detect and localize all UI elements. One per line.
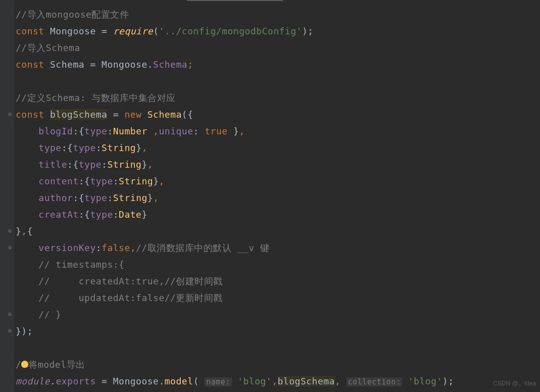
code-token: const xyxy=(16,109,50,120)
code-token: :{ xyxy=(67,159,79,170)
code-token: , xyxy=(153,126,159,136)
code-token: , xyxy=(21,226,27,236)
code-token: } xyxy=(16,226,21,236)
code-line[interactable]: module.exports = Mongoose.model( name: '… xyxy=(16,373,540,389)
code-token: } xyxy=(233,126,239,136)
code-line[interactable]: /将model导出 xyxy=(16,356,540,373)
code-line[interactable]: // } xyxy=(16,306,540,323)
code-token: :{ xyxy=(62,142,73,153)
code-token: 'blog' xyxy=(408,376,443,386)
code-token: : xyxy=(96,142,102,153)
code-token: : xyxy=(96,242,102,253)
code-token: String xyxy=(102,142,136,153)
code-token: :{ xyxy=(73,192,84,203)
code-token: ( xyxy=(193,376,205,386)
horizontal-scrollbar-thumb[interactable] xyxy=(187,0,283,1)
code-token xyxy=(16,209,38,220)
code-token: type xyxy=(90,176,113,186)
editor-gutter[interactable]: ⊖⊖⊖⊖⊖ xyxy=(0,0,14,392)
code-token: unique xyxy=(159,126,193,136)
code-token: , xyxy=(153,192,159,203)
code-token: require xyxy=(113,26,153,36)
code-token xyxy=(340,376,346,386)
code-line[interactable]: // updatedAt:false//更新时间戳 xyxy=(16,289,540,306)
parameter-hint: collection: xyxy=(347,377,403,386)
code-token: ({ xyxy=(182,109,193,120)
code-token: //取消数据库中的默认 __v 键 xyxy=(136,242,269,253)
code-token: blogSchema xyxy=(278,376,335,386)
code-token xyxy=(16,242,38,253)
code-token: : xyxy=(107,126,113,136)
code-line[interactable]: creatAt:{type:Date} xyxy=(16,206,540,223)
code-token: , xyxy=(239,126,244,136)
code-token xyxy=(16,159,38,170)
code-line[interactable] xyxy=(16,73,540,89)
fold-marker-icon[interactable]: ⊖ xyxy=(8,223,12,239)
code-line[interactable]: }); xyxy=(16,323,540,339)
watermark-text: CSDN @。Idea xyxy=(493,379,536,388)
code-token: blogSchema xyxy=(50,109,107,120)
code-token: { xyxy=(27,226,33,236)
code-token: Schema xyxy=(148,109,182,120)
code-token: content xyxy=(38,176,78,186)
fold-marker-icon[interactable]: ⊖ xyxy=(8,306,12,323)
code-token: String xyxy=(119,176,153,186)
code-line[interactable]: const Schema = Mongoose.Schema; xyxy=(16,56,540,73)
code-token: Number xyxy=(113,126,153,136)
code-token: : xyxy=(113,209,119,220)
code-line[interactable]: //导入mongoose配置文件 xyxy=(16,6,540,23)
code-line[interactable]: const blogSchema = new Schema({ xyxy=(16,106,540,123)
code-token: versionKey xyxy=(38,242,95,253)
code-line[interactable]: //定义Schema: 与数据库中集合对应 xyxy=(16,89,540,106)
code-token: type xyxy=(84,126,107,136)
code-line[interactable]: type:{type:String}, xyxy=(16,139,540,156)
code-token: module xyxy=(16,376,50,386)
code-line[interactable]: // createdAt:true,//创建时间戳 xyxy=(16,273,540,289)
code-token: :{ xyxy=(79,176,90,186)
code-token xyxy=(402,376,408,386)
code-line[interactable] xyxy=(16,339,540,356)
code-line[interactable]: title:{type:String}, xyxy=(16,156,540,173)
code-line[interactable]: author:{type:String}, xyxy=(16,189,540,206)
code-line[interactable]: versionKey:false,//取消数据库中的默认 __v 键 xyxy=(16,239,540,256)
code-token: , xyxy=(335,376,340,386)
code-line[interactable]: },{ xyxy=(16,223,540,239)
code-token xyxy=(16,192,38,203)
code-line[interactable]: const Mongoose = require('../config/mong… xyxy=(16,23,540,39)
code-editor[interactable]: ⊖⊖⊖⊖⊖ //导入mongoose配置文件const Mongoose = r… xyxy=(0,0,540,392)
code-token: } xyxy=(136,142,141,153)
code-token: } xyxy=(148,192,153,203)
code-token: . xyxy=(50,376,56,386)
code-line[interactable]: // timestamps:{ xyxy=(16,256,540,273)
code-token: = xyxy=(102,26,113,36)
code-token: Date xyxy=(119,209,141,220)
code-token: } xyxy=(153,176,159,186)
fold-marker-icon[interactable]: ⊖ xyxy=(8,106,12,123)
intention-bulb-icon[interactable] xyxy=(21,361,28,368)
code-token: const xyxy=(16,26,50,36)
code-token: //导入mongoose配置文件 xyxy=(16,9,129,20)
code-line[interactable]: blogId:{type:Number ,unique: true }, xyxy=(16,123,540,139)
code-token: : xyxy=(193,126,205,136)
parameter-hint: name: xyxy=(205,377,232,386)
horizontal-scrollbar-track[interactable] xyxy=(0,0,540,1)
code-token: false xyxy=(102,242,130,253)
code-token: const xyxy=(16,59,50,70)
code-token: = Mongoose. xyxy=(96,376,165,386)
code-token: , xyxy=(148,159,153,170)
code-token: //导入Schema xyxy=(16,42,80,53)
code-token: // timestamps:{ xyxy=(16,259,124,270)
fold-marker-icon[interactable]: ⊖ xyxy=(8,239,12,256)
code-line[interactable]: //导入Schema xyxy=(16,39,540,56)
code-token: , xyxy=(159,176,164,186)
code-token: = Mongoose. xyxy=(90,59,153,70)
fold-marker-icon[interactable]: ⊖ xyxy=(8,323,12,339)
code-token: String xyxy=(113,192,148,203)
code-token: model xyxy=(165,376,193,386)
code-token: // } xyxy=(16,309,62,320)
code-token: blogId xyxy=(38,126,73,136)
code-area[interactable]: //导入mongoose配置文件const Mongoose = require… xyxy=(14,0,540,392)
code-token: type xyxy=(79,159,102,170)
code-token: }); xyxy=(16,326,33,336)
code-line[interactable]: content:{type:String}, xyxy=(16,173,540,189)
